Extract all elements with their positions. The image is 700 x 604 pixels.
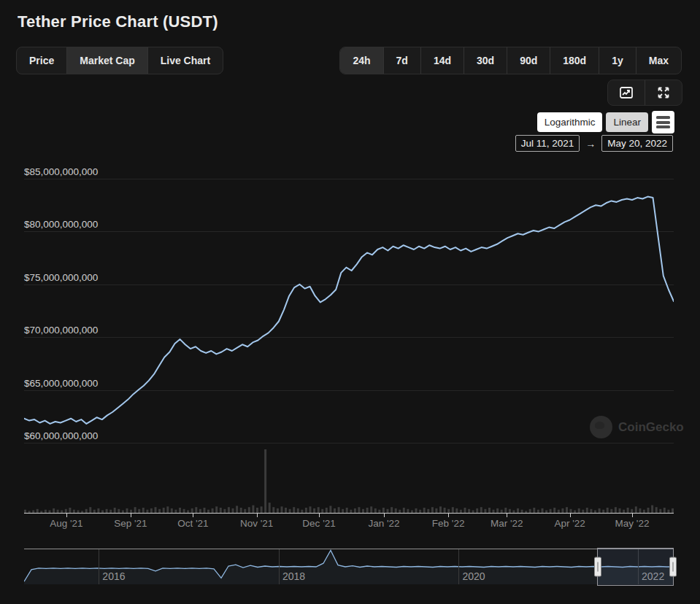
- x-axis-tick: [570, 513, 571, 517]
- price-line-chart[interactable]: [24, 179, 674, 443]
- x-axis-label: Sep '21: [114, 518, 147, 529]
- x-axis-tick: [66, 513, 67, 517]
- range-30d[interactable]: 30d: [464, 47, 507, 74]
- date-range-row: Jul 11, 2021 → May 20, 2022: [515, 135, 673, 152]
- date-from-input[interactable]: Jul 11, 2021: [515, 135, 580, 152]
- x-axis-label: Nov '21: [240, 518, 273, 529]
- volume-bars: [24, 446, 674, 513]
- x-axis-label: Feb '22: [432, 518, 465, 529]
- x-axis-tick: [448, 513, 449, 517]
- y-axis-label: $85,000,000,000: [24, 166, 98, 177]
- x-axis-label: Jan '22: [368, 518, 399, 529]
- x-axis-tick: [384, 513, 385, 517]
- x-axis-label: May '22: [615, 518, 650, 529]
- coingecko-logo: [590, 416, 612, 438]
- page-title: Tether Price Chart (USDT): [18, 12, 218, 31]
- fullscreen-button[interactable]: [645, 80, 682, 105]
- navigator-selection-window[interactable]: [597, 548, 674, 586]
- chart-navigator: 2016201820202022: [24, 549, 674, 584]
- navigator-right-handle[interactable]: [669, 557, 677, 577]
- range-1y[interactable]: 1y: [599, 47, 636, 74]
- navigator-left-handle[interactable]: [594, 557, 601, 577]
- scale-toggle-row: Logarithmic Linear: [537, 111, 674, 133]
- x-axis-label: Aug '21: [50, 518, 82, 529]
- x-axis-label: Oct '21: [177, 518, 208, 529]
- x-axis-line: [24, 513, 674, 514]
- scale-logarithmic-button[interactable]: Logarithmic: [537, 112, 603, 132]
- navigator-track[interactable]: [24, 549, 674, 584]
- x-axis-tick: [507, 513, 507, 517]
- chart-tools: [607, 80, 682, 106]
- tether-chart-page: Tether Price Chart (USDT) Price Market C…: [0, 0, 700, 604]
- x-axis-label: Mar '22: [491, 518, 523, 529]
- x-axis-tick: [257, 513, 258, 517]
- coingecko-watermark: CoinGecko: [590, 416, 684, 438]
- date-to-input[interactable]: May 20, 2022: [601, 135, 673, 152]
- hamburger-icon: [656, 116, 670, 119]
- x-axis-label: Apr '22: [554, 518, 585, 529]
- x-axis-tick: [193, 513, 193, 517]
- range-14d[interactable]: 14d: [421, 47, 464, 74]
- tab-market-cap[interactable]: Market Cap: [67, 47, 147, 74]
- range-max[interactable]: Max: [636, 47, 681, 74]
- range-90d[interactable]: 90d: [507, 47, 550, 74]
- tab-price[interactable]: Price: [17, 47, 67, 74]
- y-gridline: [24, 443, 674, 444]
- line-chart-icon: [619, 85, 634, 100]
- x-axis-label: Dec '21: [302, 518, 335, 529]
- range-7d[interactable]: 7d: [384, 47, 421, 74]
- tab-live-chart[interactable]: Live Chart: [148, 47, 223, 74]
- hamburger-menu-button[interactable]: [652, 111, 674, 133]
- line-chart-icon-button[interactable]: [608, 80, 645, 105]
- coingecko-watermark-text: CoinGecko: [618, 420, 684, 435]
- chart-type-tabs: Price Market Cap Live Chart: [16, 47, 223, 74]
- x-axis-tick: [319, 513, 320, 517]
- x-axis-tick: [632, 513, 633, 517]
- range-24h[interactable]: 24h: [340, 47, 383, 74]
- scale-linear-button[interactable]: Linear: [606, 112, 648, 132]
- x-axis-tick: [131, 513, 131, 517]
- time-range-tabs: 24h 7d 14d 30d 90d 180d 1y Max: [339, 47, 682, 74]
- date-range-arrow-icon: →: [585, 138, 596, 150]
- expand-arrows-icon: [656, 85, 671, 100]
- range-180d[interactable]: 180d: [550, 47, 599, 74]
